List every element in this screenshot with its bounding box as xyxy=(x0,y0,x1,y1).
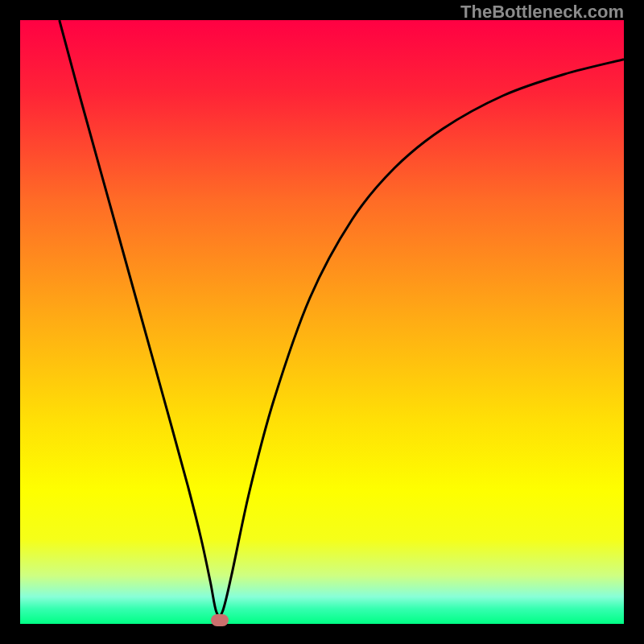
plot-area xyxy=(20,20,624,624)
curve-layer xyxy=(20,20,624,624)
minimum-marker xyxy=(211,614,229,626)
watermark-text: TheBottleneck.com xyxy=(460,2,624,23)
bottleneck-curve xyxy=(60,20,624,616)
chart-container: TheBottleneck.com xyxy=(0,0,644,644)
